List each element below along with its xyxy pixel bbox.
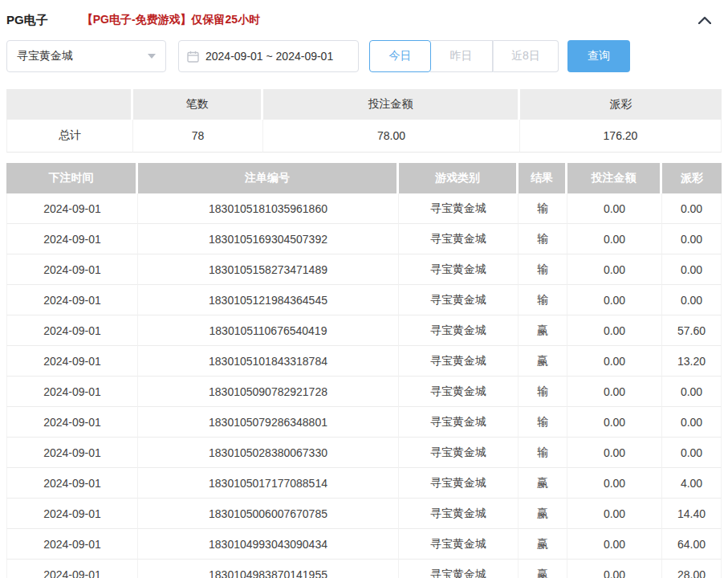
table-row: 2024-09-01 1830105017177088514 寻宝黄金城 赢 0… [6,468,722,499]
cell-bet-time: 2024-09-01 [6,499,138,529]
cell-result: 输 [519,193,567,224]
records-table: 下注时间 注单编号 游戏类别 结果 投注金额 派彩 2024-09-01 183… [6,163,722,578]
page: PG电子 【PG电子-免费游戏】仅保留25小时 寻宝黄金城 2024-09-01… [0,10,728,578]
cell-payout: 0.00 [662,254,722,285]
cell-bet-amount: 0.00 [567,499,662,529]
col-result: 结果 [519,163,567,193]
cell-bet-time: 2024-09-01 [6,285,138,315]
cell-result: 输 [519,407,567,438]
cell-payout: 0.00 [662,407,722,438]
filter-bar: 寻宝黄金城 2024-09-01 ~ 2024-09-01 今日 昨日 近8日 … [6,40,722,72]
cell-result: 输 [519,285,567,315]
summary-col-payout: 派彩 [520,89,722,120]
cell-order-id: 1830105101843318784 [138,346,399,377]
cell-bet-time: 2024-09-01 [6,315,138,346]
cell-bet-amount: 0.00 [567,377,662,407]
cell-game-type: 寻宝黄金城 [399,468,519,499]
cell-result: 输 [519,377,567,407]
cell-bet-amount: 0.00 [567,346,662,377]
cell-result: 赢 [519,499,567,529]
cell-order-id: 1830105110676540419 [138,315,399,346]
cell-game-type: 寻宝黄金城 [399,529,519,560]
cell-payout: 0.00 [662,377,722,407]
cell-game-type: 寻宝黄金城 [399,224,519,254]
cell-bet-time: 2024-09-01 [6,438,138,468]
records-header-row: 下注时间 注单编号 游戏类别 结果 投注金额 派彩 [6,163,722,193]
col-bet-time: 下注时间 [6,163,138,193]
cell-order-id: 1830105158273471489 [138,254,399,285]
date-range-value: 2024-09-01 ~ 2024-09-01 [205,50,333,63]
game-select[interactable]: 寻宝黄金城 [6,40,166,72]
cell-result: 赢 [519,468,567,499]
cell-order-id: 1830105090782921728 [138,377,399,407]
cell-game-type: 寻宝黄金城 [399,407,519,438]
cell-payout: 64.00 [662,529,722,560]
table-row: 2024-09-01 1830105006007670785 寻宝黄金城 赢 0… [6,499,722,529]
cell-order-id: 1830105006007670785 [138,499,399,529]
cell-game-type: 寻宝黄金城 [399,560,519,578]
cell-payout: 0.00 [662,224,722,254]
cell-game-type: 寻宝黄金城 [399,377,519,407]
summary-total-row: 总计 78 78.00 176.20 [6,120,722,153]
cell-bet-time: 2024-09-01 [6,560,138,578]
cell-result: 赢 [519,346,567,377]
cell-bet-amount: 0.00 [567,193,662,224]
summary-total-label: 总计 [6,120,133,153]
today-button[interactable]: 今日 [369,40,431,72]
col-order-id: 注单编号 [138,163,399,193]
cell-result: 输 [519,438,567,468]
cell-payout: 0.00 [662,285,722,315]
col-game-type: 游戏类别 [399,163,519,193]
cell-bet-amount: 0.00 [567,407,662,438]
notice-text: 【PG电子-免费游戏】仅保留25小时 [82,13,260,27]
cell-order-id: 1830104983870141955 [138,560,399,578]
collapse-panel-button[interactable] [696,11,714,29]
cell-bet-time: 2024-09-01 [6,346,138,377]
table-row: 2024-09-01 1830105158273471489 寻宝黄金城 输 0… [6,254,722,285]
cell-bet-time: 2024-09-01 [6,468,138,499]
cell-result: 输 [519,254,567,285]
cell-game-type: 寻宝黄金城 [399,346,519,377]
cell-payout: 0.00 [662,193,722,224]
cell-order-id: 1830104993043090434 [138,529,399,560]
cell-payout: 0.00 [662,438,722,468]
cell-bet-amount: 0.00 [567,560,662,578]
last-8-days-button[interactable]: 近8日 [493,40,559,72]
cell-order-id: 1830105169304507392 [138,224,399,254]
summary-col-count: 笔数 [133,89,263,120]
cell-game-type: 寻宝黄金城 [399,499,519,529]
cell-bet-amount: 0.00 [567,315,662,346]
cell-result: 赢 [519,529,567,560]
top-bar: PG电子 【PG电子-免费游戏】仅保留25小时 [6,10,722,31]
cell-payout: 14.40 [662,499,722,529]
col-bet-amount: 投注金额 [567,163,662,193]
cell-bet-amount: 0.00 [567,254,662,285]
col-payout: 派彩 [662,163,722,193]
search-button[interactable]: 查询 [567,40,630,72]
summary-col-blank [6,89,133,120]
calendar-icon [187,51,199,63]
game-select-value: 寻宝黄金城 [17,49,73,63]
cell-bet-amount: 0.00 [567,438,662,468]
summary-col-bet-amount: 投注金额 [263,89,520,120]
cell-bet-time: 2024-09-01 [6,224,138,254]
table-row: 2024-09-01 1830104993043090434 寻宝黄金城 赢 0… [6,529,722,560]
cell-game-type: 寻宝黄金城 [399,193,519,224]
cell-bet-amount: 0.00 [567,468,662,499]
cell-game-type: 寻宝黄金城 [399,438,519,468]
yesterday-button[interactable]: 昨日 [430,40,493,72]
date-range-input[interactable]: 2024-09-01 ~ 2024-09-01 [178,40,359,72]
table-row: 2024-09-01 1830105028380067330 寻宝黄金城 输 0… [6,438,722,468]
cell-bet-time: 2024-09-01 [6,377,138,407]
cell-payout: 28.00 [662,560,722,578]
cell-bet-time: 2024-09-01 [6,193,138,224]
cell-order-id: 1830105121984364545 [138,285,399,315]
table-row: 2024-09-01 1830104983870141955 寻宝黄金城 赢 0… [6,560,722,578]
table-row: 2024-09-01 1830105121984364545 寻宝黄金城 输 0… [6,285,722,315]
cell-result: 输 [519,224,567,254]
cell-order-id: 1830105181035961860 [138,193,399,224]
cell-bet-amount: 0.00 [567,224,662,254]
cell-payout: 57.60 [662,315,722,346]
cell-result: 赢 [519,315,567,346]
quick-date-button-group: 今日 昨日 近8日 [369,40,559,72]
